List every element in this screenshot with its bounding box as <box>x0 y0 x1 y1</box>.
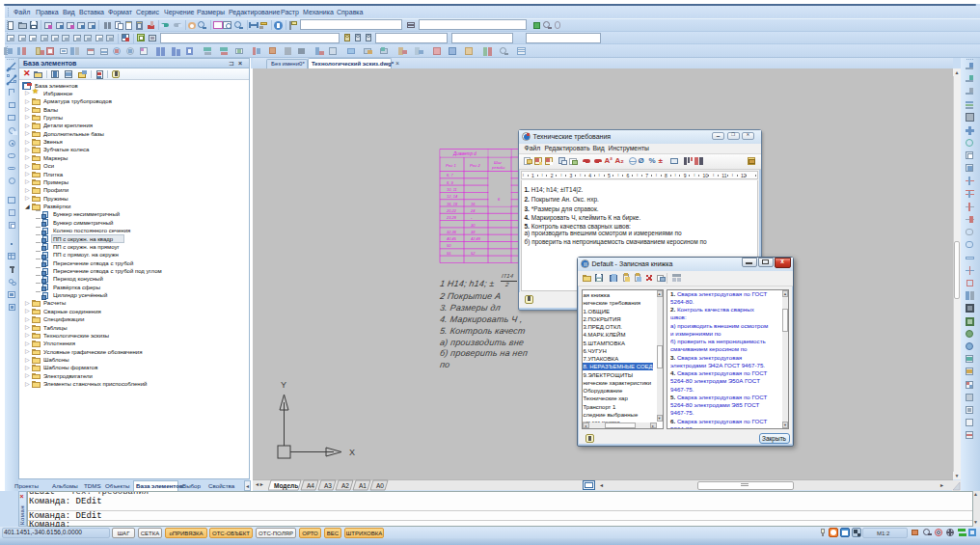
svg-text:А4: А4 <box>307 482 314 489</box>
svg-text:24: 24 <box>470 208 476 213</box>
svg-text:16: 16 <box>471 202 476 206</box>
svg-text:Диаметр d: Диаметр d <box>452 151 476 156</box>
svg-text:20,22: 20,22 <box>446 208 457 213</box>
svg-text:12, 14: 12, 14 <box>447 194 458 199</box>
svg-text:32,36: 32,36 <box>447 230 457 234</box>
svg-text:23,28: 23,28 <box>446 215 457 220</box>
svg-text:8, 9: 8, 9 <box>447 180 453 185</box>
svg-text:Y: Y <box>281 380 286 390</box>
svg-text:40,45: 40,45 <box>447 236 457 241</box>
svg-text:50: 50 <box>447 243 451 248</box>
svg-text:А3: А3 <box>324 482 332 489</box>
svg-text:-: - <box>471 215 473 220</box>
svg-text:6, 7: 6, 7 <box>447 173 453 177</box>
svg-text:А1: А1 <box>359 482 367 489</box>
svg-text:52: 52 <box>471 251 476 256</box>
svg-text:А2: А2 <box>341 482 349 489</box>
svg-text:55: 55 <box>447 251 451 256</box>
svg-text:30: 30 <box>471 223 476 228</box>
svg-text:Ряд 1: Ряд 1 <box>446 163 456 168</box>
svg-text:10, 11: 10, 11 <box>447 187 457 192</box>
svg-text:16, 18: 16, 18 <box>447 202 458 206</box>
svg-text:Модель: Модель <box>274 482 298 490</box>
svg-text:А0: А0 <box>376 482 384 489</box>
svg-text:резьбы: резьбы <box>491 165 505 170</box>
svg-text:42,48: 42,48 <box>471 236 481 241</box>
svg-text:Ряд 2: Ряд 2 <box>470 163 480 168</box>
svg-text:X: X <box>349 448 355 457</box>
svg-text:38: 38 <box>471 230 476 234</box>
